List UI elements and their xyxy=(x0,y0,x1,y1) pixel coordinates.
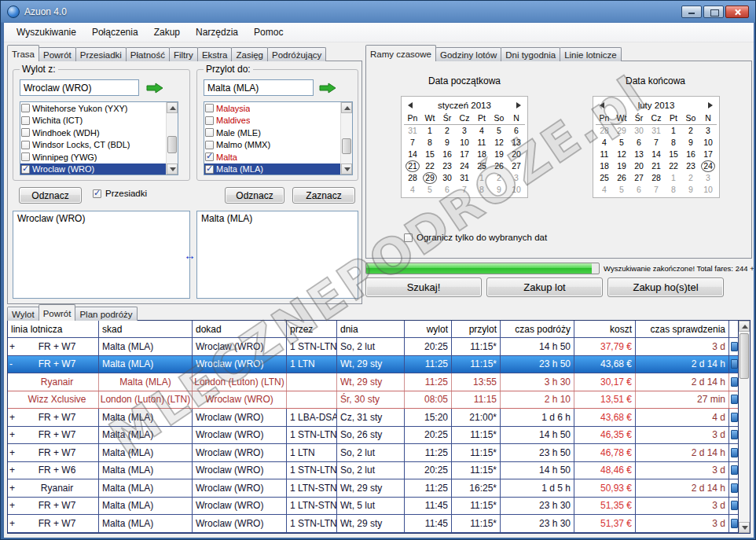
calendar-day[interactable]: 14 xyxy=(404,149,421,160)
column-header[interactable]: skad xyxy=(99,321,193,337)
arrival-go-arrow-icon[interactable] xyxy=(318,82,337,94)
calendar-day[interactable]: 26 xyxy=(490,160,508,172)
tab-dni-tygodnia[interactable]: Dni tygodnia xyxy=(501,47,560,61)
calendar-day[interactable]: 13 xyxy=(508,137,525,149)
selected-airport[interactable]: Malta (MLA) xyxy=(197,211,358,226)
column-header[interactable]: dnia xyxy=(337,321,405,337)
scroll-thumb[interactable] xyxy=(167,136,177,153)
airport-option[interactable]: Windsor Locks, CT (BDL) xyxy=(20,139,166,152)
minimize-icon[interactable] xyxy=(681,6,702,18)
calendar-day[interactable]: 9 xyxy=(682,184,699,196)
calendar-day[interactable]: 1 xyxy=(473,172,490,184)
calendar-prev-icon[interactable] xyxy=(596,100,608,111)
calendar-day[interactable]: 7 xyxy=(648,184,665,196)
calendar-day[interactable]: 17 xyxy=(456,149,473,160)
row-action-icon[interactable] xyxy=(731,519,738,528)
arrival-selected-list[interactable]: Malta (MLA) xyxy=(196,211,358,299)
menu-item-pomoc[interactable]: Pomoc xyxy=(246,24,291,41)
calendar-day[interactable]: 4 xyxy=(404,184,421,196)
column-header[interactable]: czas sprawdzenia xyxy=(636,321,729,337)
calendar-day[interactable]: 28 xyxy=(596,125,613,137)
scroll-down-icon[interactable] xyxy=(739,522,750,533)
column-header[interactable]: czas podróży xyxy=(501,321,574,337)
calendar-day[interactable]: 26 xyxy=(613,172,630,184)
menu-item-wyszukiwanie[interactable]: Wyszukiwanie xyxy=(9,24,84,41)
checkbox-icon[interactable] xyxy=(21,104,30,112)
selected-airport[interactable]: Wroclaw (WRO) xyxy=(13,211,189,226)
calendar-day[interactable]: 12 xyxy=(613,149,630,160)
checkbox-icon[interactable] xyxy=(205,116,214,125)
row-action-cell[interactable] xyxy=(729,427,738,444)
tab-filtry[interactable]: Filtry xyxy=(169,47,198,61)
checkbox-icon[interactable] xyxy=(205,152,214,161)
row-action-cell[interactable] xyxy=(729,479,738,497)
row-action-icon[interactable] xyxy=(731,413,738,422)
table-row[interactable]: +FR + W7Malta (MLA)Wroclaw (WRO)1 STN-LT… xyxy=(8,338,738,356)
calendar-day[interactable]: 7 xyxy=(456,184,473,196)
table-row[interactable]: -FR + W7Malta (MLA)Wroclaw (WRO)1 LTNWt,… xyxy=(8,356,738,374)
search-button[interactable]: Szukaj! xyxy=(365,277,482,297)
calendar-day[interactable]: 12 xyxy=(490,137,508,149)
calendar-day[interactable]: 19 xyxy=(613,160,630,172)
stopovers-checkbox[interactable] xyxy=(93,189,101,198)
calendar-day[interactable]: 1 xyxy=(665,172,682,184)
calendar-next-icon[interactable] xyxy=(704,100,717,111)
table-row[interactable]: +FR + W7Malta (MLA)Wroclaw (WRO)1 LBA-DS… xyxy=(8,409,738,427)
table-row[interactable]: Wizz XclusiveLondon (Luton) (LTN)Wroclaw… xyxy=(8,391,738,410)
titlebar[interactable]: Azuon 4.0 xyxy=(1,1,755,23)
checkbox-icon[interactable] xyxy=(205,165,214,174)
calendar-day[interactable]: 10 xyxy=(699,184,717,196)
calendar-day[interactable]: 23 xyxy=(439,160,456,172)
tab-powrót[interactable]: Powrót xyxy=(39,47,76,61)
tab-przesiadki[interactable]: Przesiadki xyxy=(75,47,127,61)
table-row[interactable]: RyanairMalta (MLA)London (Luton) (LTN)Wt… xyxy=(8,373,738,391)
calendar-day[interactable]: 22 xyxy=(665,160,682,172)
row-action-icon[interactable] xyxy=(731,448,738,457)
calendar-next-icon[interactable] xyxy=(512,100,525,111)
calendar-day[interactable]: 8 xyxy=(473,184,490,196)
calendar-day[interactable]: 3 xyxy=(456,125,473,137)
calendar-day[interactable]: 27 xyxy=(630,172,648,184)
calendar-day[interactable]: 28 xyxy=(648,172,665,184)
expand-icon[interactable]: + xyxy=(9,518,17,529)
calendar-day[interactable]: 24 xyxy=(456,160,473,172)
calendar-day[interactable]: 31 xyxy=(456,172,473,184)
calendar-day[interactable]: 3 xyxy=(699,125,717,137)
limit-dates-checkbox[interactable] xyxy=(404,233,413,242)
checkbox-icon[interactable] xyxy=(21,165,30,174)
calendar-day[interactable]: 20 xyxy=(630,160,648,172)
arrival-select-button[interactable]: Zaznacz xyxy=(292,187,355,204)
calendar-day[interactable]: 9 xyxy=(439,137,456,149)
row-action-cell[interactable] xyxy=(729,391,738,409)
scroll-up-icon[interactable] xyxy=(167,102,178,113)
airport-option[interactable]: Malta xyxy=(204,151,340,163)
calendar-day[interactable]: 29 xyxy=(613,125,630,137)
tab-trasa[interactable]: Trasa xyxy=(7,45,39,61)
tab-ramy-czasowe[interactable]: Ramy czasowe xyxy=(365,45,436,61)
calendar-day[interactable]: 6 xyxy=(508,125,525,137)
calendar-day[interactable]: 25 xyxy=(473,160,490,172)
airport-option[interactable]: Windhoek (WDH) xyxy=(20,127,166,139)
calendar-day[interactable]: 3 xyxy=(699,172,717,184)
calendar-day[interactable]: 15 xyxy=(665,149,682,160)
scroll-thumb[interactable] xyxy=(739,333,749,379)
calendar-day-selected[interactable]: 29 xyxy=(421,172,439,184)
row-action-cell[interactable] xyxy=(729,356,738,373)
calendar-day[interactable]: 7 xyxy=(404,137,421,149)
calendar-day[interactable]: 14 xyxy=(648,149,665,160)
scroll-up-icon[interactable] xyxy=(341,102,352,113)
calendar-day[interactable]: 5 xyxy=(613,137,630,149)
calendar-day[interactable]: 2 xyxy=(490,172,508,184)
calendar-day[interactable]: 2 xyxy=(682,125,699,137)
calendar-day[interactable]: 6 xyxy=(439,184,456,196)
row-action-cell[interactable] xyxy=(729,515,738,532)
calendar-day[interactable]: 9 xyxy=(682,137,699,149)
tab-podróżujący[interactable]: Podróżujący xyxy=(267,47,326,61)
row-action-cell[interactable] xyxy=(729,444,738,461)
arrival-list-scrollbar[interactable] xyxy=(340,102,352,174)
scroll-down-icon[interactable] xyxy=(167,163,178,174)
calendar-day[interactable]: 30 xyxy=(439,172,456,184)
scroll-up-icon[interactable] xyxy=(739,321,750,332)
expand-icon[interactable]: + xyxy=(9,341,17,352)
calendar-day[interactable]: 18 xyxy=(473,149,490,160)
